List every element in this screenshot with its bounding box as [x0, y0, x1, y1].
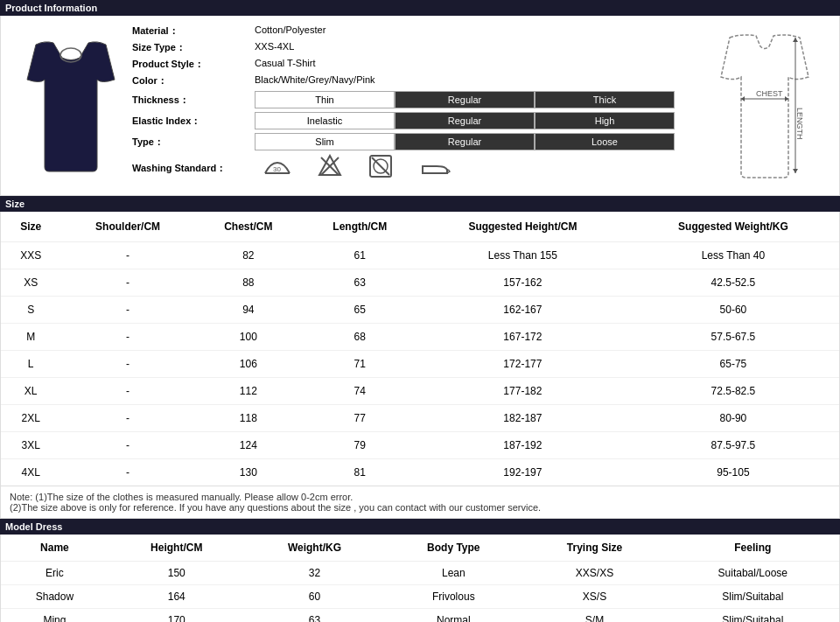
elastic-regular-btn[interactable]: Regular [395, 112, 535, 129]
table-cell: 118 [195, 405, 302, 432]
svg-text:CHEST: CHEST [756, 89, 783, 98]
table-row: Eric15032LeanXXS/XSSuitabal/Loose [1, 562, 839, 585]
size-table-header-row: Size Shoulder/CM Chest/CM Length/CM Sugg… [1, 212, 839, 242]
size-notes: Note: (1)The size of the clothes is meas… [0, 486, 840, 519]
wash-30-icon: 30 [263, 154, 291, 183]
col-chest: Chest/CM [195, 212, 302, 242]
table-cell: - [60, 297, 195, 324]
table-cell: 162-167 [418, 297, 627, 324]
table-cell: 63 [245, 609, 385, 623]
material-label: Material： [132, 24, 255, 38]
table-cell: Eric [1, 562, 108, 585]
table-cell: 106 [195, 351, 302, 378]
table-row: XS-8863157-16242.5-52.5 [1, 269, 839, 297]
type-slim-btn[interactable]: Slim [255, 133, 395, 150]
color-label: Color： [132, 74, 255, 87]
table-cell: 63 [302, 269, 418, 297]
no-bleach-icon [318, 154, 342, 183]
svg-text:30: 30 [273, 165, 281, 173]
washing-label: Washing Standard： [132, 162, 255, 175]
table-cell: Less Than 155 [418, 242, 627, 269]
product-style-label: Product Style： [132, 58, 255, 71]
table-cell: L [1, 351, 60, 378]
iron-icon [419, 154, 451, 183]
note-line1: Note: (1)The size of the clothes is meas… [10, 492, 830, 502]
col-height: Suggested Height/CM [418, 212, 627, 242]
no-tumble-dry-icon [368, 154, 393, 183]
table-cell: 87.5-97.5 [627, 432, 839, 459]
table-cell: Slim/Suitabal [667, 585, 839, 609]
table-cell: XS [1, 269, 60, 297]
elastic-label: Elastic Index： [132, 115, 255, 128]
table-cell: 50-60 [627, 297, 839, 324]
svg-marker-13 [793, 38, 798, 42]
table-cell: M [1, 324, 60, 351]
table-cell: 65-75 [627, 351, 839, 378]
model-table: Name Height/CM Weight/KG Body Type Tryin… [1, 535, 839, 622]
col-length: Length/CM [302, 212, 418, 242]
table-cell: 74 [302, 378, 418, 405]
table-cell: 177-182 [418, 378, 627, 405]
table-cell: 130 [195, 459, 302, 486]
size-header: Size [0, 196, 840, 212]
table-cell: - [60, 405, 195, 432]
type-loose-btn[interactable]: Loose [535, 133, 675, 150]
table-cell: 164 [108, 585, 245, 609]
table-cell: 157-162 [418, 269, 627, 297]
table-row: XL-11274177-18272.5-82.5 [1, 378, 839, 405]
table-cell: - [60, 269, 195, 297]
table-cell: 32 [245, 562, 385, 585]
table-cell: Ming [1, 609, 108, 623]
model-table-header-row: Name Height/CM Weight/KG Body Type Tryin… [1, 535, 839, 562]
table-cell: 170 [108, 609, 245, 623]
thickness-regular-btn[interactable]: Regular [395, 91, 535, 108]
thickness-toggle: Thin Regular Thick [255, 91, 675, 108]
table-cell: Frivolous [384, 585, 522, 609]
table-cell: 79 [302, 432, 418, 459]
table-cell: - [60, 378, 195, 405]
thickness-thin-btn[interactable]: Thin [255, 91, 395, 108]
table-cell: Normal [384, 609, 522, 623]
thickness-label: Thickness： [132, 94, 255, 107]
elastic-inelastic-btn[interactable]: Inelastic [255, 112, 395, 129]
table-cell: - [60, 324, 195, 351]
product-style-value: Casual T-Shirt [255, 58, 316, 68]
washing-icons: 30 [255, 154, 451, 183]
type-regular-btn[interactable]: Regular [395, 133, 535, 150]
table-row: S-9465162-16750-60 [1, 297, 839, 324]
model-col-weight: Weight/KG [245, 535, 385, 562]
table-cell: 65 [302, 297, 418, 324]
svg-marker-14 [793, 169, 798, 173]
type-label: Type： [132, 136, 255, 149]
model-col-size: Trying Size [522, 535, 666, 562]
table-cell: 94 [195, 297, 302, 324]
size-diagram: CHEST LENGTH [699, 24, 830, 186]
table-cell: 72.5-82.5 [627, 378, 839, 405]
table-row: L-10671172-17765-75 [1, 351, 839, 378]
table-cell: 82 [195, 242, 302, 269]
table-cell: 150 [108, 562, 245, 585]
table-cell: 80-90 [627, 405, 839, 432]
table-cell: 77 [302, 405, 418, 432]
model-col-height: Height/CM [108, 535, 245, 562]
table-cell: 4XL [1, 459, 60, 486]
table-cell: 112 [195, 378, 302, 405]
model-col-body: Body Type [384, 535, 522, 562]
size-type-value: XXS-4XL [255, 41, 294, 52]
size-type-label: Size Type： [132, 41, 255, 54]
product-details: Material： Cotton/Polyester Size Type： XX… [132, 24, 699, 186]
note-line2: (2)The size above is only for reference.… [10, 502, 830, 513]
model-col-feeling: Feeling [667, 535, 839, 562]
table-cell: - [60, 242, 195, 269]
table-row: XXS-8261Less Than 155Less Than 40 [1, 242, 839, 269]
table-cell: 167-172 [418, 324, 627, 351]
thickness-thick-btn[interactable]: Thick [535, 91, 675, 108]
table-cell: 42.5-52.5 [627, 269, 839, 297]
table-cell: Shadow [1, 585, 108, 609]
model-col-name: Name [1, 535, 108, 562]
elastic-high-btn[interactable]: High [535, 112, 675, 129]
table-cell: 100 [195, 324, 302, 351]
col-size: Size [1, 212, 60, 242]
product-info-header: Product Information [0, 0, 840, 16]
table-cell: 81 [302, 459, 418, 486]
